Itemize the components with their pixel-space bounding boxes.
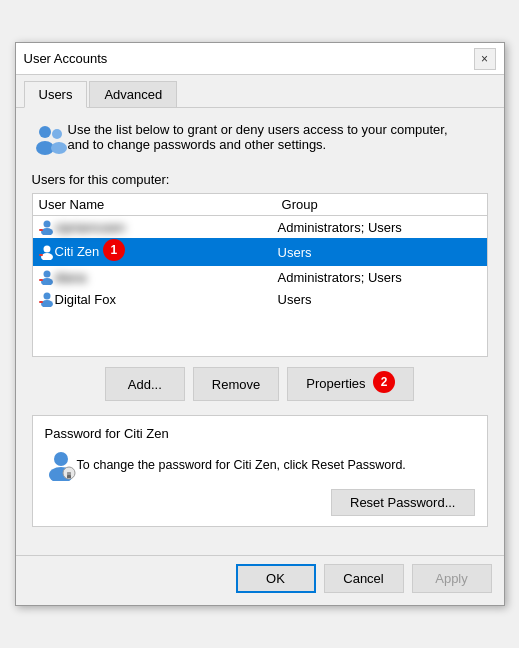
svg-point-8 <box>41 253 53 260</box>
bottom-buttons: OK Cancel Apply <box>16 555 504 605</box>
svg-point-4 <box>43 221 50 228</box>
table-body: ciprianrusen Administrators; Users Citi … <box>33 216 487 356</box>
add-button[interactable]: Add... <box>105 367 185 401</box>
password-content: To change the password for Citi Zen, cli… <box>45 449 475 481</box>
user-row-name: Citi Zen 1 <box>55 241 278 263</box>
user-row-icon <box>39 269 55 285</box>
svg-rect-6 <box>39 229 43 231</box>
properties-button[interactable]: Properties 2 <box>287 367 414 401</box>
user-row-icon <box>39 219 55 235</box>
user-row-icon <box>39 291 55 307</box>
tab-content: Use the list below to grant or deny user… <box>16 108 504 555</box>
badge-2: 2 <box>373 371 395 393</box>
password-section: Password for Citi Zen To change the pass… <box>32 415 488 527</box>
ok-button[interactable]: OK <box>236 564 316 593</box>
svg-point-5 <box>41 228 53 235</box>
remove-button[interactable]: Remove <box>193 367 279 401</box>
user-table: User Name Group ciprianrusen Administrat… <box>32 193 488 357</box>
info-section: Use the list below to grant or deny user… <box>32 122 488 158</box>
reset-btn-container: Reset Password... <box>45 489 475 516</box>
reset-password-button[interactable]: Reset Password... <box>331 489 475 516</box>
svg-point-0 <box>39 126 51 138</box>
table-row[interactable]: Digital Fox Users <box>33 288 487 310</box>
action-buttons: Add... Remove Properties 2 <box>32 367 488 401</box>
info-text: Use the list below to grant or deny user… <box>68 122 448 152</box>
svg-point-3 <box>51 142 67 154</box>
password-section-title: Password for Citi Zen <box>45 426 475 441</box>
tabs-container: Users Advanced <box>16 75 504 108</box>
tab-advanced[interactable]: Advanced <box>89 81 177 107</box>
cancel-button[interactable]: Cancel <box>324 564 404 593</box>
close-button[interactable]: × <box>474 48 496 70</box>
column-header-username: User Name <box>39 197 282 212</box>
svg-rect-19 <box>67 475 71 478</box>
badge-1: 1 <box>103 239 125 261</box>
column-header-group: Group <box>282 197 481 212</box>
apply-button[interactable]: Apply <box>412 564 492 593</box>
users-section-label: Users for this computer: <box>32 172 488 187</box>
user-row-name: diana <box>55 270 278 285</box>
user-row-name: ciprianrusen <box>55 220 278 235</box>
table-row[interactable]: ciprianrusen Administrators; Users <box>33 216 487 238</box>
user-row-group: Administrators; Users <box>278 220 477 235</box>
tab-users[interactable]: Users <box>24 81 88 108</box>
svg-point-14 <box>41 300 53 307</box>
window-title: User Accounts <box>24 51 108 66</box>
table-header: User Name Group <box>33 194 487 216</box>
users-icon <box>32 122 68 158</box>
svg-rect-15 <box>39 301 43 303</box>
svg-point-7 <box>43 246 50 253</box>
title-bar: User Accounts × <box>16 43 504 75</box>
svg-point-16 <box>54 452 68 466</box>
user-row-icon <box>39 244 55 260</box>
user-row-group: Administrators; Users <box>278 270 477 285</box>
svg-rect-9 <box>39 254 43 256</box>
table-row[interactable]: Citi Zen 1 Users <box>33 238 487 266</box>
password-description: To change the password for Citi Zen, cli… <box>77 458 475 472</box>
svg-point-2 <box>52 129 62 139</box>
user-row-group: Users <box>278 245 477 260</box>
svg-point-13 <box>43 293 50 300</box>
user-row-group: Users <box>278 292 477 307</box>
svg-rect-20 <box>67 472 71 475</box>
user-row-name: Digital Fox <box>55 292 278 307</box>
password-user-icon <box>45 449 77 481</box>
svg-rect-12 <box>39 279 43 281</box>
svg-point-11 <box>41 278 53 285</box>
table-row[interactable]: diana Administrators; Users <box>33 266 487 288</box>
user-accounts-window: User Accounts × Users Advanced Use the l… <box>15 42 505 606</box>
svg-point-10 <box>43 271 50 278</box>
